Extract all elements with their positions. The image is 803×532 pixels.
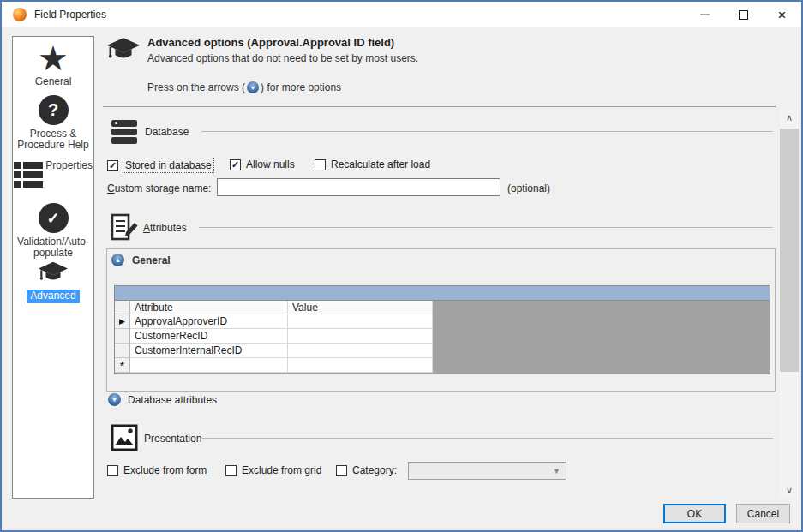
minimize-icon — [700, 14, 710, 15]
row-selector-header — [115, 301, 130, 314]
custom-storage-name-input[interactable] — [217, 178, 500, 196]
checkbox-unchecked-icon — [107, 465, 118, 476]
list-icon — [14, 162, 43, 188]
recalculate-after-load-checkbox[interactable]: Recalculate after load — [315, 158, 430, 170]
sidebar-item-label: General — [35, 76, 72, 87]
sidebar-item-label: Validation/Auto-populate — [13, 236, 93, 259]
sidebar-item-process-procedure-help[interactable]: ? Process & Procedure Help — [13, 95, 93, 151]
close-icon: × — [778, 8, 787, 22]
checkbox-unchecked-icon — [315, 159, 326, 170]
database-attributes-label: Database attributes — [128, 394, 217, 406]
table-row[interactable]: CustomerRecID — [115, 329, 770, 344]
checkbox-label: Stored in database — [123, 158, 213, 172]
titlebar: Field Properties × — [2, 2, 801, 27]
attributes-icon — [110, 213, 139, 242]
attribute-cell[interactable]: CustomerRecID — [130, 329, 288, 344]
cancel-button[interactable]: Cancel — [736, 504, 790, 523]
minimize-button — [686, 2, 724, 27]
custom-storage-name-label: Custom storage name: — [107, 182, 211, 194]
attribute-cell[interactable]: CustomerInternalRecID — [130, 344, 288, 358]
star-icon: ★ — [13, 44, 93, 73]
presentation-section-label: Presentation — [144, 433, 201, 445]
value-cell[interactable] — [288, 329, 433, 344]
row-selector — [115, 344, 130, 358]
checkbox-label: Recalculate after load — [331, 158, 430, 170]
section-divider — [199, 227, 773, 228]
column-header-value[interactable]: Value — [288, 301, 433, 314]
collapse-general-icon[interactable]: ▲ — [111, 254, 124, 266]
page-title: Advanced options (Approval.Approval ID f… — [147, 36, 394, 49]
header-divider — [103, 106, 776, 107]
sidebar-item-properties[interactable]: Properties — [13, 157, 93, 188]
database-section-label: Database — [145, 126, 189, 138]
stored-in-database-checkbox[interactable]: ✓ Stored in database — [107, 158, 213, 172]
checkbox-unchecked-icon — [336, 465, 347, 476]
window-title: Field Properties — [34, 9, 106, 21]
scroll-up-button[interactable]: ∧ — [780, 110, 799, 126]
vertical-scrollbar[interactable]: ∧ ∨ — [780, 110, 799, 499]
table-row[interactable]: CustomerInternalRecID — [115, 344, 770, 358]
maximize-button[interactable] — [724, 2, 763, 27]
value-cell[interactable] — [288, 314, 433, 329]
sidebar-item-advanced[interactable]: Advanced — [13, 261, 93, 303]
grid-caption-band — [115, 286, 770, 301]
scrollbar-thumb[interactable] — [780, 129, 799, 372]
new-row[interactable]: * — [115, 358, 770, 373]
grid-header-row: Attribute Value — [115, 301, 770, 314]
sidebar-item-label: Process & Procedure Help — [13, 129, 93, 151]
expander-down-icon: ▼ — [247, 81, 259, 93]
database-icon — [111, 120, 137, 146]
checkbox-label: Category: — [352, 464, 397, 476]
database-attributes-expander[interactable]: ▼ Database attributes — [108, 393, 217, 406]
expand-down-icon: ▼ — [108, 393, 121, 406]
new-row-icon: * — [115, 358, 130, 373]
close-button[interactable]: × — [763, 2, 801, 27]
value-cell[interactable] — [288, 344, 433, 358]
row-selector — [115, 329, 130, 344]
chevron-down-icon: ▼ — [553, 467, 560, 475]
sidebar-item-general[interactable]: ★ General — [13, 44, 93, 87]
hint-suffix: ) for more options — [261, 81, 341, 93]
section-divider — [201, 131, 773, 132]
ok-button[interactable]: OK — [663, 504, 726, 523]
optional-hint: (optional) — [507, 182, 550, 194]
hint-prefix: Press on the arrows ( — [147, 81, 245, 93]
hint-text: Press on the arrows ( ▼ ) for more optio… — [147, 81, 341, 93]
exclude-from-grid-checkbox[interactable]: Exclude from grid — [225, 464, 321, 476]
general-group-label: General — [132, 254, 171, 266]
checkbox-label: Exclude from form — [123, 464, 207, 476]
question-icon: ? — [39, 95, 69, 125]
field-properties-dialog: Field Properties × ★ General ? Process &… — [0, 0, 803, 532]
allow-nulls-checkbox[interactable]: ✓ Allow nulls — [230, 158, 295, 170]
general-attributes-panel: ▲ General Attribute Value ▶ ApprovalAppr… — [106, 248, 776, 392]
checkbox-label: Exclude from grid — [242, 464, 321, 476]
attribute-cell[interactable]: ApprovalApproverID — [130, 314, 288, 329]
attributes-grid: Attribute Value ▶ ApprovalApproverID Cus… — [114, 285, 770, 374]
maximize-icon — [739, 10, 748, 20]
app-logo-icon — [13, 8, 27, 21]
sidebar-item-label: Properties — [45, 160, 93, 171]
checkbox-unchecked-icon — [225, 465, 237, 476]
current-row-pointer-icon: ▶ — [115, 314, 130, 329]
attribute-cell-empty[interactable] — [130, 358, 288, 373]
section-divider — [200, 438, 773, 439]
checkbox-label: Allow nulls — [246, 158, 295, 170]
graduation-cap-icon — [37, 261, 69, 286]
category-dropdown[interactable]: ▼ — [408, 462, 566, 480]
checkbox-checked-icon: ✓ — [107, 160, 118, 171]
graduation-cap-icon — [105, 37, 141, 65]
sidebar-item-label-active: Advanced — [27, 290, 79, 303]
page-subtitle: Advanced options that do not need to be … — [147, 52, 418, 64]
category-checkbox[interactable]: Category: — [336, 464, 397, 476]
sidebar-item-validation-autopopulate[interactable]: ✓ Validation/Auto-populate — [13, 203, 93, 259]
exclude-from-form-checkbox[interactable]: Exclude from form — [107, 464, 207, 476]
check-circle-icon: ✓ — [39, 203, 69, 233]
checkbox-checked-icon: ✓ — [230, 159, 241, 170]
table-row[interactable]: ▶ ApprovalApproverID — [115, 314, 770, 329]
sidebar-nav: ★ General ? Process & Procedure Help Pro… — [12, 36, 94, 499]
attributes-section-label: Attributes — [143, 222, 187, 234]
column-header-attribute[interactable]: Attribute — [130, 301, 288, 314]
scroll-down-button[interactable]: ∨ — [780, 482, 799, 499]
picture-icon — [111, 424, 138, 451]
value-cell-empty[interactable] — [288, 358, 433, 373]
